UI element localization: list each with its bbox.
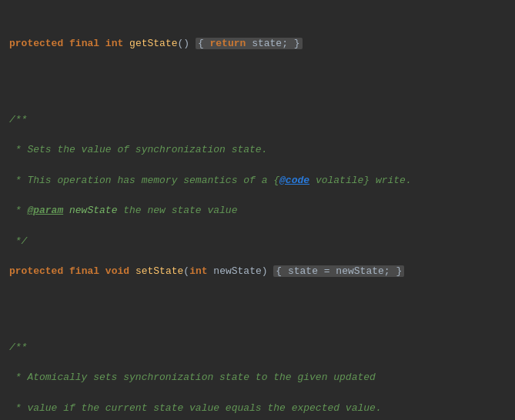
code-line-6: * @param newState the new state value	[0, 203, 515, 218]
code-line-2	[0, 82, 515, 97]
code-line-8: protected final void setState(int newSta…	[0, 264, 515, 279]
code-line-12: * value if the current state value equal…	[0, 401, 515, 416]
code-editor: protected final int getState() { return …	[0, 0, 515, 420]
code-line-11: * Atomically sets synchronization state …	[0, 370, 515, 385]
code-line-5: * This operation has memory semantics of…	[0, 173, 515, 188]
code-line-4: * Sets the value of synchronization stat…	[0, 142, 515, 158]
code-line-10: /**	[0, 340, 515, 355]
code-line-9	[0, 309, 515, 325]
code-line-3: /**	[0, 112, 515, 128]
code-line-7: */	[0, 234, 515, 249]
code-line-1: protected final int getState() { return …	[0, 36, 515, 52]
